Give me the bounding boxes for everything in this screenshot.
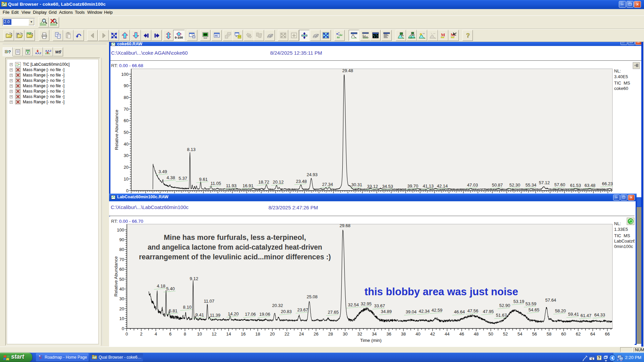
svg-text:58.20: 58.20 — [555, 308, 566, 313]
svg-text:52.30: 52.30 — [509, 183, 521, 188]
svg-text:66.23: 66.23 — [602, 181, 613, 186]
svg-text:33.67: 33.67 — [374, 303, 385, 308]
svg-text:17.06: 17.06 — [245, 312, 256, 317]
svg-text:coke60: coke60 — [614, 86, 628, 91]
svg-text:60: 60 — [119, 267, 124, 272]
svg-text:64: 64 — [590, 331, 595, 337]
svg-text:40: 40 — [119, 287, 124, 292]
svg-text:66: 66 — [605, 331, 609, 337]
svg-text:and angelica lactone from acid: and angelica lactone from acid-catalyzed… — [148, 243, 322, 251]
svg-text:11.07: 11.07 — [204, 299, 214, 304]
svg-text:6: 6 — [169, 331, 171, 337]
svg-text:100: 100 — [117, 227, 124, 232]
svg-text:26: 26 — [313, 331, 318, 337]
svg-text:10: 10 — [119, 316, 124, 321]
svg-text:16.91: 16.91 — [243, 183, 254, 188]
svg-text:100: 100 — [121, 72, 129, 77]
svg-text:29.68: 29.68 — [340, 223, 351, 228]
svg-text:57.64: 57.64 — [545, 298, 556, 303]
svg-text:70: 70 — [124, 107, 129, 112]
svg-text:NL:: NL: — [614, 221, 621, 226]
svg-text:62: 62 — [576, 331, 581, 337]
svg-text:23.48: 23.48 — [296, 179, 307, 184]
svg-text:53.19: 53.19 — [513, 299, 525, 304]
svg-text:20.83: 20.83 — [281, 309, 292, 314]
svg-text:11.05: 11.05 — [210, 181, 221, 186]
svg-text:27.34: 27.34 — [322, 182, 333, 187]
svg-text:20: 20 — [124, 165, 129, 170]
svg-text:0: 0 — [126, 331, 128, 337]
svg-text:16: 16 — [241, 331, 245, 337]
svg-text:23.67: 23.67 — [297, 307, 308, 312]
svg-text:20.32: 20.32 — [272, 303, 283, 308]
svg-text:22: 22 — [285, 331, 289, 337]
svg-text:1.33E5: 1.33E5 — [614, 227, 628, 232]
svg-text:A,X,Z: A,X,Z — [35, 52, 41, 55]
svg-text:19.06: 19.06 — [259, 312, 270, 317]
svg-text:25.08: 25.08 — [307, 294, 318, 299]
svg-text:52.90: 52.90 — [499, 303, 510, 308]
svg-text:5.81: 5.81 — [169, 308, 177, 313]
svg-text:42: 42 — [430, 331, 435, 337]
svg-text:18: 18 — [255, 331, 260, 337]
svg-text:11.93: 11.93 — [226, 183, 237, 188]
svg-text:0-100: 0-100 — [175, 36, 183, 39]
svg-text:Mine has more furfurals, less: Mine has more furfurals, less a-terpineo… — [164, 233, 306, 242]
svg-text:47.95: 47.95 — [483, 309, 494, 314]
svg-text:40: 40 — [124, 142, 129, 147]
svg-text:2: 2 — [140, 331, 142, 337]
svg-text:34.53: 34.53 — [382, 184, 393, 189]
svg-text:54.65: 54.65 — [529, 307, 540, 312]
svg-text:51.67: 51.67 — [496, 313, 507, 318]
svg-text:9.61: 9.61 — [199, 177, 207, 182]
svg-text:34.89: 34.89 — [381, 309, 392, 314]
svg-text:30: 30 — [343, 331, 347, 337]
svg-text:9.41: 9.41 — [195, 312, 204, 317]
svg-text:39.04: 39.04 — [406, 309, 417, 314]
svg-text:9.12: 9.12 — [190, 276, 198, 281]
svg-text:20: 20 — [270, 331, 275, 337]
svg-text:14.20: 14.20 — [228, 311, 239, 316]
svg-text:41.13: 41.13 — [423, 184, 434, 189]
svg-text:10: 10 — [197, 331, 202, 337]
svg-text:n: n — [60, 49, 61, 52]
svg-text:32.95: 32.95 — [361, 301, 372, 306]
svg-text:0: 0 — [122, 326, 124, 331]
svg-text:38: 38 — [401, 331, 406, 337]
svg-text:40: 40 — [415, 331, 420, 337]
svg-text:50.87: 50.87 — [492, 183, 503, 188]
svg-text:20: 20 — [119, 306, 124, 311]
svg-text:50: 50 — [488, 331, 493, 337]
svg-text:57.12: 57.12 — [539, 180, 550, 185]
svg-text:TIC MS: TIC MS — [614, 81, 630, 86]
svg-text:61.53: 61.53 — [570, 183, 581, 188]
svg-text:?: ? — [598, 356, 600, 360]
svg-text:20.12: 20.12 — [273, 179, 284, 185]
svg-text:27.65: 27.65 — [328, 310, 339, 315]
svg-text:39.70: 39.70 — [407, 184, 418, 189]
svg-text:5.37: 5.37 — [179, 176, 187, 181]
svg-text:90: 90 — [119, 237, 124, 242]
svg-text:60: 60 — [561, 331, 566, 337]
svg-text:8: 8 — [184, 331, 186, 337]
svg-text:14: 14 — [226, 331, 231, 337]
svg-text:4: 4 — [155, 331, 157, 337]
svg-text:32: 32 — [357, 331, 362, 337]
svg-text:RT: 0.00 - 66.68: RT: 0.00 - 66.68 — [111, 63, 143, 68]
svg-text:61.47: 61.47 — [581, 313, 592, 318]
svg-text:44: 44 — [445, 331, 449, 337]
svg-text:11.39: 11.39 — [210, 313, 220, 318]
svg-text:34: 34 — [372, 331, 377, 337]
svg-text:Relative Abundance: Relative Abundance — [114, 110, 119, 150]
svg-text:47.56: 47.56 — [467, 308, 479, 313]
svg-text:this blobby area was just nois: this blobby area was just noise — [364, 286, 518, 298]
svg-text:Time (min): Time (min) — [360, 338, 382, 343]
svg-text:30: 30 — [124, 153, 129, 158]
svg-text:50: 50 — [124, 130, 129, 135]
svg-text:RT: 0.00 - 66.70: RT: 0.00 - 66.70 — [111, 219, 143, 224]
svg-text:58: 58 — [547, 331, 551, 337]
svg-text:33.12: 33.12 — [367, 184, 378, 189]
svg-text:53.59: 53.59 — [526, 301, 537, 306]
svg-text:42.34: 42.34 — [419, 309, 430, 314]
svg-text:50: 50 — [119, 277, 124, 282]
